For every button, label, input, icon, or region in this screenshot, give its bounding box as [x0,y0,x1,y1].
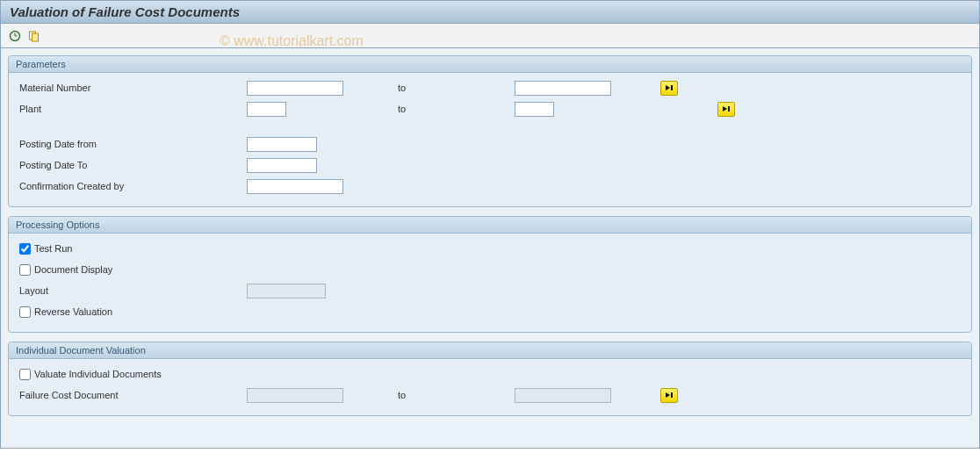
svg-rect-7 [671,392,673,398]
test-run-checkbox[interactable] [19,243,31,255]
group-parameters: Parameters Material Number to Plant to [8,55,972,207]
layout-label: Layout [14,285,247,296]
plant-from-input[interactable] [247,102,286,117]
posting-from-label: Posting Date from [14,139,247,149]
to-label: to [387,390,515,400]
doc-from-input [247,388,343,403]
group-processing: Processing Options Test Run Document Dis… [8,216,972,333]
created-by-label: Confirmation Created by [14,181,247,191]
posting-from-input[interactable] [247,137,317,152]
svg-rect-6 [728,106,730,111]
page-title: Valuation of Failure Cost Documents [0,0,980,24]
created-by-input[interactable] [247,179,343,194]
group-processing-title: Processing Options [9,217,971,234]
group-parameters-title: Parameters [9,56,971,73]
plant-more-button[interactable] [717,102,735,117]
toolbar [0,24,980,48]
plant-label: Plant [14,104,247,114]
doc-display-checkbox[interactable] [19,264,31,276]
svg-rect-4 [32,33,39,41]
reverse-label: Reverse Valuation [34,306,112,317]
test-run-label: Test Run [34,243,72,254]
reverse-checkbox[interactable] [19,306,31,318]
group-individual-title: Individual Document Valuation [9,342,971,359]
content-area: Parameters Material Number to Plant to [0,48,980,449]
svg-rect-5 [671,85,673,90]
layout-input [247,284,326,298]
to-label: to [387,104,515,114]
execute-icon[interactable] [8,29,22,43]
doc-to-input [515,388,611,403]
to-label: to [387,83,515,93]
plant-to-input[interactable] [515,102,554,117]
posting-to-input[interactable] [247,158,317,173]
variant-icon[interactable] [27,29,41,43]
material-label: Material Number [14,83,247,93]
doc-label: Failure Cost Document [14,390,247,400]
valuate-checkbox[interactable] [19,369,31,380]
material-to-input[interactable] [515,81,611,96]
valuate-label: Valuate Individual Documents [34,369,162,379]
group-individual: Individual Document Valuation Valuate In… [8,342,972,416]
doc-more-button[interactable] [660,388,678,403]
posting-to-label: Posting Date To [14,160,247,170]
material-more-button[interactable] [660,81,678,96]
material-from-input[interactable] [247,81,343,96]
doc-display-label: Document Display [34,264,112,275]
